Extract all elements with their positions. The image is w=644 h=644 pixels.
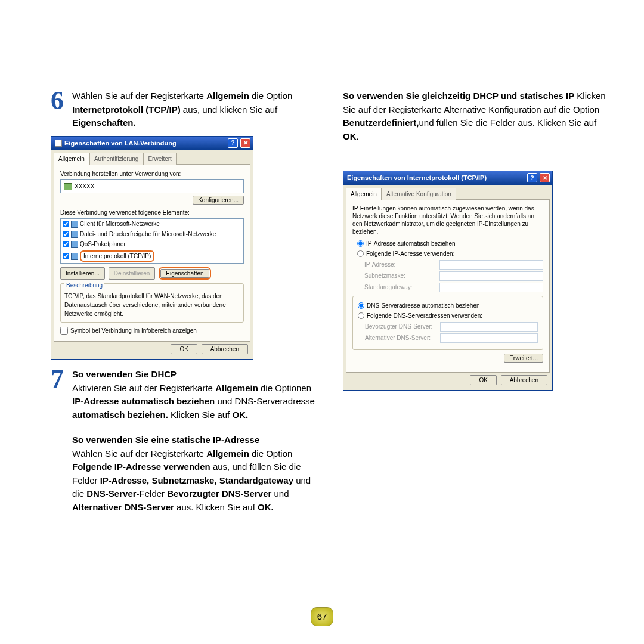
dhcp-heading: So verwenden Sie DHCP (72, 369, 177, 379)
checkbox[interactable] (63, 253, 69, 259)
window-title: Eigenschaften von LAN-Verbindung (64, 138, 225, 148)
info-text: IP-Einstellungen können automatisch zuge… (352, 205, 543, 236)
window-title: Eigenschaften von Internetprotokoll (TCP… (347, 173, 525, 183)
ip-address-input (439, 260, 543, 270)
nic-icon (64, 183, 72, 190)
alt-dns-label: Alternativer DNS-Server: (365, 333, 436, 342)
connect-using-label: Verbindung herstellen unter Verwendung v… (60, 169, 244, 178)
window-icon (55, 140, 62, 147)
tab-allgemein[interactable]: Allgemein (54, 153, 89, 165)
static-ip-heading: So verwenden Sie eine statische IP-Adres… (72, 435, 259, 445)
component-icon (71, 241, 78, 248)
list-item[interactable]: Internetprotokoll (TCP/IP) (61, 249, 243, 263)
radio-label: Folgende DNS-Serveradressen verwenden: (367, 311, 482, 320)
radio-label: Folgende IP-Adresse verwenden: (366, 249, 454, 258)
properties-button[interactable]: Eigenschaften (160, 269, 209, 278)
gateway-input (439, 283, 543, 292)
radio-dns-auto[interactable]: DNS-Serveradresse automatisch beziehen (358, 301, 538, 310)
radio-dns-manual[interactable]: Folgende DNS-Serveradressen verwenden: (358, 311, 538, 320)
lan-properties-dialog: Eigenschaften von LAN-Verbindung ? ✕ All… (51, 136, 253, 360)
titlebar: Eigenschaften von LAN-Verbindung ? ✕ (51, 137, 253, 150)
ip-address-label: IP-Adresse: (364, 260, 436, 269)
step6-text: Wählen Sie auf der Registerkarte Allgeme… (72, 89, 319, 130)
ok-button[interactable]: OK (470, 375, 496, 385)
component-icon (71, 253, 78, 260)
radio[interactable] (357, 250, 364, 257)
description-legend: Beschreibung (64, 282, 104, 289)
radio[interactable] (358, 312, 364, 319)
tab-authentifizierung[interactable]: Authentifizierung (89, 153, 144, 165)
close-icon[interactable]: ✕ (540, 173, 550, 182)
radio-ip-auto[interactable]: IP-Adresse automatisch beziehen (357, 239, 543, 248)
gateway-label: Standardgateway: (364, 283, 436, 292)
checkbox[interactable] (63, 221, 69, 227)
checkbox[interactable] (63, 231, 69, 237)
preferred-dns-label: Bevorzugter DNS-Server: (365, 322, 436, 331)
element-label: QoS-Paketplaner (80, 240, 126, 249)
tab-alternative-konfiguration[interactable]: Alternative Konfiguration (382, 188, 456, 200)
adapter-box: XXXXX (60, 179, 244, 193)
subnet-mask-label: Subnetzmaske: (364, 271, 436, 280)
tab-erweitert[interactable]: Erweitert (143, 153, 176, 165)
radio[interactable] (358, 302, 364, 309)
checkbox[interactable] (63, 241, 69, 247)
subnet-mask-input (439, 271, 543, 281)
tcpip-properties-dialog: Eigenschaften von Internetprotokoll (TCP… (343, 171, 553, 391)
page-number: 67 (311, 607, 334, 627)
list-item[interactable]: Datei- und Druckerfreigabe für Microsoft… (61, 229, 243, 239)
step7-text: So verwenden Sie DHCP Aktivieren Sie auf… (72, 368, 319, 514)
description-text: TCP/IP, das Standardprotokoll für WAN-Ne… (64, 292, 240, 318)
radio-label: IP-Adresse automatisch beziehen (366, 239, 456, 248)
preferred-dns-input (440, 322, 538, 332)
step-number-6: 6 (51, 89, 69, 130)
checkbox[interactable] (60, 327, 68, 335)
cancel-button[interactable]: Abbrechen (501, 375, 547, 385)
properties-highlight: Eigenschaften (159, 267, 210, 280)
ok-button[interactable]: OK (171, 344, 197, 354)
list-item[interactable]: QoS-Paketplaner (61, 239, 243, 249)
alt-dns-input (440, 333, 538, 343)
checkbox-label: Symbol bei Verbindung im Infobereich anz… (70, 326, 197, 335)
close-icon[interactable]: ✕ (240, 138, 250, 148)
element-label: Client für Microsoft-Netzwerke (80, 219, 160, 228)
uninstall-button: Deinstallieren (109, 267, 156, 280)
radio[interactable] (357, 240, 364, 247)
install-button[interactable]: Installieren... (60, 267, 105, 280)
radio-label: DNS-Serveradresse automatisch beziehen (367, 301, 480, 310)
component-icon (71, 231, 78, 238)
radio-ip-manual[interactable]: Folgende IP-Adresse verwenden: (357, 249, 543, 258)
adapter-name: XXXXX (75, 182, 94, 191)
help-icon[interactable]: ? (228, 138, 238, 148)
help-icon[interactable]: ? (527, 173, 537, 182)
tab-allgemein[interactable]: Allgemein (346, 188, 382, 200)
component-icon (71, 221, 78, 228)
elements-list[interactable]: Client für Microsoft-Netzwerke Datei- un… (60, 218, 244, 264)
show-icon-checkbox[interactable]: Symbol bei Verbindung im Infobereich anz… (60, 326, 244, 335)
list-item[interactable]: Client für Microsoft-Netzwerke (61, 219, 243, 229)
cancel-button[interactable]: Abbrechen (202, 344, 248, 354)
element-label: Datei- und Druckerfreigabe für Microsoft… (80, 230, 216, 239)
configure-button[interactable]: Konfigurieren... (193, 196, 244, 205)
elements-label: Diese Verbindung verwendet folgende Elem… (60, 208, 244, 217)
step-number-7: 7 (51, 368, 69, 514)
advanced-button[interactable]: Erweitert... (504, 354, 543, 363)
dhcp-static-combo-text: So verwenden Sie gleichzeitig DHCP und s… (343, 89, 611, 143)
tcpip-highlight: Internetprotokoll (TCP/IP) (80, 250, 154, 262)
titlebar: Eigenschaften von Internetprotokoll (TCP… (343, 171, 552, 185)
